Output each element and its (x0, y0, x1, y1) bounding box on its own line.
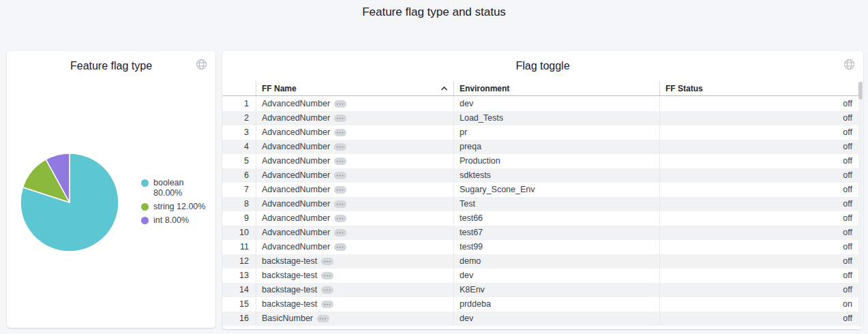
ellipsis-badge[interactable]: ⋯ (334, 186, 346, 194)
environment-cell: dev (453, 312, 659, 326)
environment-cell: dev (453, 97, 659, 111)
table-row[interactable]: 9 AdvancedNumber ⋯ test66 off (222, 211, 859, 226)
ff-status-cell: off (659, 154, 859, 168)
ff-name-text: AdvancedNumber (262, 125, 330, 140)
vertical-scrollbar-track[interactable] (858, 82, 863, 327)
table-row[interactable]: 13 backstage-test ⋯ dev off (222, 269, 859, 283)
row-number: 14 (222, 283, 256, 297)
table-header: FF Name Environment FF Status (222, 81, 859, 96)
ff-status-cell: off (659, 168, 859, 183)
table-row[interactable]: 2 AdvancedNumber ⋯ Load_Tests off (222, 111, 859, 125)
ellipsis-badge[interactable]: ⋯ (334, 243, 346, 251)
ff-status-cell: off (659, 211, 859, 226)
ff-status-cell: off (659, 125, 859, 140)
ff-name-cell: AdvancedNumber ⋯ (256, 211, 453, 226)
row-number: 10 (222, 226, 256, 240)
ff-status-cell: off (659, 97, 859, 111)
row-number: 1 (222, 97, 256, 111)
table-row[interactable]: 12 backstage-test ⋯ demo off (222, 254, 859, 269)
pie-legend: boolean 80.00%string 12.00%int 8.00% (141, 178, 216, 229)
page-title: Feature flag type and status (0, 5, 868, 19)
column-header-ff-name[interactable]: FF Name (256, 81, 453, 95)
table-row[interactable]: 11 AdvancedNumber ⋯ test99 off (222, 240, 859, 254)
ff-name-text: AdvancedNumber (262, 197, 330, 211)
vertical-scrollbar-thumb[interactable] (858, 82, 863, 100)
ff-name-text: AdvancedNumber (262, 226, 330, 240)
ff-name-text: backstage-test (262, 254, 317, 269)
globe-icon[interactable] (196, 59, 207, 70)
row-number: 5 (222, 154, 256, 168)
table-panel-title: Flag toggle (222, 60, 863, 72)
column-header-label: Environment (460, 84, 509, 93)
ff-name-text: AdvancedNumber (262, 154, 330, 168)
ellipsis-badge[interactable]: ⋯ (334, 129, 346, 136)
column-header-environment[interactable]: Environment (453, 81, 659, 95)
row-number: 6 (222, 168, 256, 183)
table-row[interactable]: 10 AdvancedNumber ⋯ test67 off (222, 226, 859, 240)
table-row[interactable]: 5 AdvancedNumber ⋯ Production off (222, 154, 859, 168)
ellipsis-badge[interactable]: ⋯ (334, 200, 346, 208)
table-row[interactable]: 3 AdvancedNumber ⋯ pr off (222, 125, 859, 140)
ellipsis-badge[interactable]: ⋯ (334, 115, 346, 122)
ellipsis-badge[interactable]: ⋯ (334, 229, 346, 237)
ff-status-cell: off (659, 197, 859, 211)
ff-name-text: backstage-test (262, 269, 317, 283)
globe-icon[interactable] (843, 59, 855, 70)
ellipsis-badge[interactable]: ⋯ (334, 143, 346, 151)
ellipsis-badge[interactable]: ⋯ (321, 272, 333, 279)
ff-status-cell: off (659, 269, 859, 283)
ff-name-cell: AdvancedNumber ⋯ (256, 240, 453, 254)
ff-status-cell: off (659, 226, 859, 240)
ellipsis-badge[interactable]: ⋯ (334, 172, 346, 179)
row-number-header (222, 81, 256, 95)
pie-panel-title: Feature flag type (7, 60, 215, 72)
ff-name-cell: AdvancedNumber ⋯ (256, 183, 453, 197)
environment-cell: K8Env (453, 283, 659, 297)
ff-name-cell: AdvancedNumber ⋯ (256, 168, 453, 183)
environment-cell: dev (453, 269, 659, 283)
environment-cell: test67 (453, 226, 659, 240)
environment-cell: preqa (453, 140, 659, 154)
ff-name-text: AdvancedNumber (262, 140, 330, 154)
chevron-up-icon (440, 86, 448, 91)
ff-name-text: AdvancedNumber (262, 97, 330, 111)
ff-status-cell: off (659, 111, 859, 125)
table-row[interactable]: 14 backstage-test ⋯ K8Env off (222, 283, 859, 297)
table-row[interactable]: 6 AdvancedNumber ⋯ sdktests off (222, 168, 859, 183)
ff-name-text: AdvancedNumber (262, 183, 330, 197)
legend-swatch (141, 217, 149, 224)
table-row[interactable]: 16 BasicNumber ⋯ dev off (222, 312, 859, 326)
ff-name-cell: AdvancedNumber ⋯ (256, 125, 453, 140)
ff-status-cell: off (659, 283, 859, 297)
ff-name-cell: AdvancedNumber ⋯ (256, 154, 453, 168)
ff-name-text: backstage-test (262, 297, 317, 312)
ellipsis-badge[interactable]: ⋯ (334, 157, 346, 165)
column-header-label: FF Status (665, 84, 703, 93)
ff-status-cell: off (659, 312, 859, 326)
table-row[interactable]: 15 backstage-test ⋯ prddeba on (222, 297, 859, 312)
environment-cell: Test (453, 197, 659, 211)
ff-name-cell: AdvancedNumber ⋯ (256, 226, 453, 240)
ff-status-cell: off (659, 254, 859, 269)
ff-name-cell: BasicNumber ⋯ (256, 312, 453, 326)
ff-status-cell: off (659, 183, 859, 197)
table-row[interactable]: 7 AdvancedNumber ⋯ Sugary_Scone_Env off (222, 183, 859, 197)
ellipsis-badge[interactable]: ⋯ (334, 215, 346, 222)
ff-name-text: backstage-test (262, 283, 317, 297)
column-header-label: FF Name (262, 84, 297, 93)
table-row[interactable]: 1 AdvancedNumber ⋯ dev off (222, 97, 859, 111)
ellipsis-badge[interactable]: ⋯ (321, 301, 333, 308)
environment-cell: test99 (453, 240, 659, 254)
environment-cell: Sugary_Scone_Env (453, 183, 659, 197)
row-number: 3 (222, 125, 256, 140)
ellipsis-badge[interactable]: ⋯ (317, 315, 329, 322)
table-row[interactable]: 4 AdvancedNumber ⋯ preqa off (222, 140, 859, 154)
ellipsis-badge[interactable]: ⋯ (321, 258, 333, 265)
table-row[interactable]: 8 AdvancedNumber ⋯ Test off (222, 197, 859, 211)
column-header-ff-status[interactable]: FF Status (659, 81, 859, 95)
environment-cell: demo (453, 254, 659, 269)
table-body: 1 AdvancedNumber ⋯ dev off 2 AdvancedNum… (222, 97, 859, 326)
ellipsis-badge[interactable]: ⋯ (334, 100, 346, 108)
ellipsis-badge[interactable]: ⋯ (321, 286, 333, 294)
legend-item-boolean: boolean 80.00% (141, 178, 216, 198)
